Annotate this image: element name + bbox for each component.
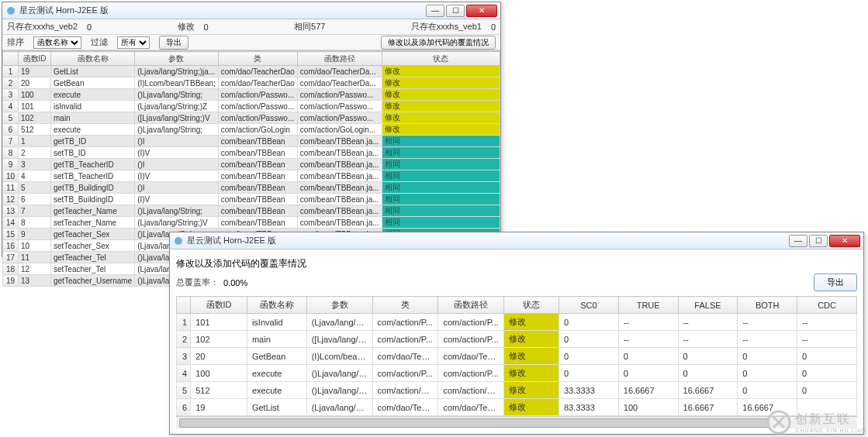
- cell-params: ()I: [135, 136, 219, 147]
- same-label: 相同577: [294, 21, 325, 33]
- cell-true: 0: [618, 348, 678, 365]
- close-button[interactable]: ✕: [466, 5, 497, 17]
- cell-class: com/dao/TeacherDao: [218, 66, 297, 77]
- table-row[interactable]: 115getTB_BuildingID()Icom/bean/TBBeancom…: [3, 182, 500, 194]
- cell-false: 0: [678, 348, 738, 365]
- cell-func-id: 1: [19, 136, 51, 147]
- cell-func-id: 9: [19, 229, 51, 240]
- col-cdc[interactable]: CDC: [797, 297, 857, 314]
- info-bar: 只存在xxxhs_veb20 修改0 相同577 只存在xxxhs_veb10: [2, 19, 500, 35]
- col-func-id[interactable]: 函数ID: [191, 297, 247, 314]
- cell-func-id: 19: [19, 66, 51, 77]
- cell-class: com/action/P...: [372, 331, 438, 348]
- table-row[interactable]: 5102main([Ljava/lang/String;)Vcom/action…: [3, 112, 500, 124]
- col-true[interactable]: TRUE: [618, 297, 678, 314]
- table-row[interactable]: 137getTeacher_Name()Ljava/lang/String;co…: [3, 205, 500, 217]
- export-button[interactable]: 导出: [814, 274, 857, 291]
- cell-status: 修改: [382, 101, 500, 112]
- cell-func-name: execute: [51, 89, 135, 101]
- table-row[interactable]: 4100execute()Ljava/lang/St...com/action/…: [177, 365, 857, 382]
- table-row[interactable]: 104setTB_TeacherID(I)Vcom/bean/TBBeancom…: [3, 170, 500, 182]
- row-number: 3: [3, 89, 19, 101]
- cell-status: 修改: [382, 112, 500, 124]
- cell-path: com/bean/TBBean.ja...: [297, 194, 382, 205]
- horizontal-scrollbar[interactable]: [176, 416, 857, 428]
- table-row[interactable]: 6512execute()Ljava/lang/String;com/actio…: [3, 124, 500, 136]
- table-row[interactable]: 2102main([Ljava/lang/St...com/action/P..…: [177, 331, 857, 348]
- col-status[interactable]: 状态: [504, 297, 559, 314]
- cell-status: 修改: [504, 399, 559, 416]
- table-row[interactable]: 93getTB_TeacherID()Icom/bean/TBBeancom/b…: [3, 159, 500, 170]
- table-row[interactable]: 619GetList(Ljava/lang/St...com/dao/Tea..…: [177, 399, 857, 416]
- title-bar[interactable]: 星云测试 Horn-J2EE 版 — ☐ ✕: [170, 232, 863, 249]
- filter-select[interactable]: 所有: [117, 36, 150, 49]
- table-row[interactable]: 3100execute()Ljava/lang/String;com/actio…: [3, 89, 500, 101]
- col-sc0[interactable]: SC0: [558, 297, 618, 314]
- cell-false: --: [678, 314, 738, 331]
- col-func-name[interactable]: 函数名称: [51, 52, 135, 66]
- cell-false: 16.6667: [678, 399, 738, 416]
- cell-cdc: 0: [797, 365, 857, 382]
- cell-class: com/bean/TBBean: [218, 147, 297, 159]
- col-false[interactable]: FALSE: [678, 297, 738, 314]
- cell-func-id: 3: [19, 159, 51, 170]
- table-row[interactable]: 320GetBean(I)Lcom/bean/...com/dao/Tea...…: [177, 348, 857, 365]
- coverage-report-button[interactable]: 修改以及添加代码的覆盖情况: [381, 36, 496, 50]
- row-number: 13: [3, 205, 19, 217]
- coverage-table[interactable]: 函数ID 函数名称 参数 类 函数路径 状态 SC0 TRUE FALSE BO…: [176, 296, 857, 416]
- col-func-name[interactable]: 函数名称: [247, 297, 306, 314]
- cell-func-id: 4: [19, 170, 51, 182]
- cell-true: 0: [618, 365, 678, 382]
- maximize-button[interactable]: ☐: [809, 235, 828, 247]
- cell-params: ()Ljava/lang/String;: [135, 89, 219, 101]
- row-number: 11: [3, 182, 19, 194]
- col-class[interactable]: 类: [372, 297, 438, 314]
- minimize-button[interactable]: —: [789, 235, 807, 247]
- cell-cdc: 0: [797, 382, 857, 399]
- cell-func-name: setTeacher_Sex: [51, 240, 135, 252]
- col-both[interactable]: BOTH: [738, 297, 797, 314]
- cell-false: 16.6667: [678, 382, 738, 399]
- cell-path: com/dao/TeacherDa...: [297, 66, 382, 77]
- scrollbar-thumb[interactable]: [179, 418, 769, 428]
- svg-point-0: [7, 7, 15, 15]
- maximize-button[interactable]: ☐: [446, 5, 465, 17]
- row-number: 4: [3, 101, 19, 112]
- cell-status: 修改: [504, 365, 559, 382]
- col-func-id[interactable]: 函数ID: [19, 52, 51, 66]
- table-row[interactable]: 126setTB_BuildingID(I)Vcom/bean/TBBeanco…: [3, 194, 500, 205]
- col-params[interactable]: 参数: [306, 297, 372, 314]
- table-row[interactable]: 5512execute()Ljava/lang/St...com/action/…: [177, 382, 857, 399]
- table-row[interactable]: 220GetBean(I)Lcom/bean/TBBean;com/dao/Te…: [3, 77, 500, 89]
- row-number: 10: [3, 170, 19, 182]
- col-params[interactable]: 参数: [135, 52, 219, 66]
- table-row[interactable]: 119GetList(Ljava/lang/String;)ja...com/d…: [3, 66, 500, 77]
- cell-params: (Ljava/lang/String;)V: [135, 217, 219, 229]
- col-path[interactable]: 函数路径: [438, 297, 504, 314]
- cell-params: (I)V: [135, 194, 219, 205]
- export-button[interactable]: 导出: [159, 36, 188, 50]
- minimize-button[interactable]: —: [426, 5, 444, 17]
- cell-path: com/bean/TBBean.ja...: [297, 147, 382, 159]
- close-button[interactable]: ✕: [829, 235, 860, 247]
- cell-class: com/bean/TBBean: [218, 217, 297, 229]
- table-row[interactable]: 4101isInvalid(Ljava/lang/String;)Zcom/ac…: [3, 101, 500, 112]
- watermark-sub: CHUANG XIN HU LIAN: [795, 428, 866, 433]
- cell-true: 100: [618, 399, 678, 416]
- table-row[interactable]: 82setTB_ID(I)Vcom/bean/TBBeancom/bean/TB…: [3, 147, 500, 159]
- coverage-value: 0.00%: [223, 278, 247, 287]
- cell-class: com/bean/TBBean: [218, 205, 297, 217]
- row-number: 4: [177, 365, 191, 382]
- cell-true: --: [618, 331, 678, 348]
- table-row[interactable]: 71getTB_ID()Icom/bean/TBBeancom/bean/TBB…: [3, 136, 500, 147]
- col-path[interactable]: 函数路径: [297, 52, 382, 66]
- col-class[interactable]: 类: [218, 52, 297, 66]
- sort-select[interactable]: 函数名称: [33, 36, 81, 49]
- table-row[interactable]: 1101isInvalid(Ljava/lang/St...com/action…: [177, 314, 857, 331]
- modified-label: 修改: [178, 21, 195, 33]
- cell-class: com/dao/Tea...: [372, 399, 438, 416]
- table-row[interactable]: 148setTeacher_Name(Ljava/lang/String;)Vc…: [3, 217, 500, 229]
- row-number: 18: [3, 263, 19, 275]
- title-bar[interactable]: 星云测试 Horn-J2EE 版 — ☐ ✕: [2, 2, 500, 19]
- col-status[interactable]: 状态: [382, 52, 500, 66]
